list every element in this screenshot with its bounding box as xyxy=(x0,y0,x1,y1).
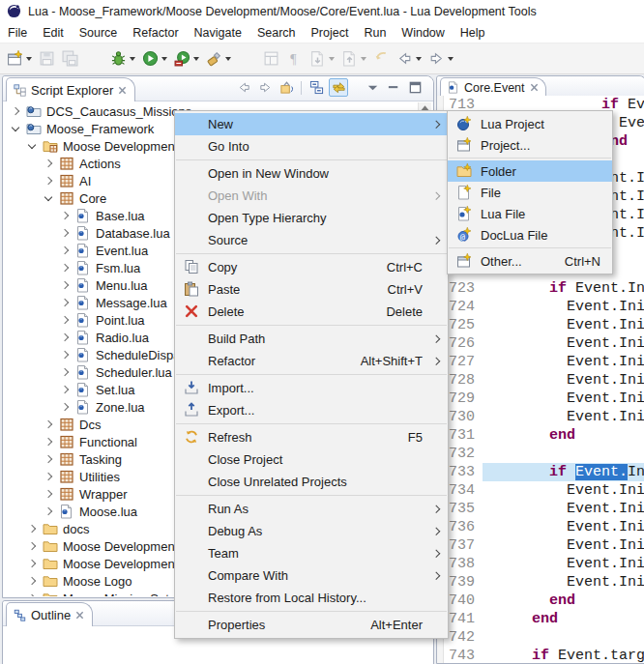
tab-outline[interactable]: Outline xyxy=(6,602,93,626)
chevron-right-icon[interactable] xyxy=(61,246,69,254)
forward-button[interactable] xyxy=(425,47,456,71)
tab-core-event[interactable]: Core.Event xyxy=(440,77,546,97)
maximize-icon[interactable] xyxy=(406,79,424,96)
dropdown-arrow-icon[interactable] xyxy=(225,57,231,61)
submenu-item-file[interactable]: File xyxy=(448,182,612,203)
dropdown-arrow-icon[interactable] xyxy=(361,57,366,61)
menu-item-refresh[interactable]: RefreshF5 xyxy=(175,426,448,448)
menu-item-restore-from-local-history[interactable]: Restore from Local History... xyxy=(175,587,448,609)
dropdown-arrow-icon[interactable] xyxy=(161,57,167,61)
submenu-item-lua-project[interactable]: Lua Project xyxy=(448,113,612,134)
menu-item-copy[interactable]: CopyCtrl+C xyxy=(175,256,448,278)
new-wizard-button[interactable] xyxy=(4,47,35,71)
collapse-all-icon[interactable] xyxy=(307,79,325,96)
external-tools-button[interactable] xyxy=(203,47,234,71)
menu-item-open-in-new-window[interactable]: Open in New Window xyxy=(175,162,448,185)
menu-item-build-path[interactable]: Build Path xyxy=(175,328,448,350)
dropdown-arrow-icon[interactable] xyxy=(448,57,454,61)
chevron-right-icon[interactable] xyxy=(44,438,52,446)
forward-icon[interactable] xyxy=(256,79,274,96)
chevron-right-icon[interactable] xyxy=(44,177,52,185)
menu-item-source[interactable]: Source xyxy=(175,229,448,251)
coverage-button[interactable] xyxy=(171,47,202,71)
chevron-right-icon[interactable] xyxy=(61,212,69,219)
chevron-right-icon[interactable] xyxy=(44,455,52,463)
submenu-item-other[interactable]: Other...Ctrl+N xyxy=(448,250,612,272)
chevron-right-icon[interactable] xyxy=(28,594,36,596)
chevron-right-icon[interactable] xyxy=(61,351,69,359)
menubar-item-navigate[interactable]: Navigate xyxy=(187,24,249,42)
menu-item-delete[interactable]: DeleteDelete xyxy=(175,301,448,323)
menubar-item-project[interactable]: Project xyxy=(304,24,357,42)
back-icon[interactable] xyxy=(235,79,252,96)
chevron-right-icon[interactable] xyxy=(61,333,69,341)
chevron-right-icon[interactable] xyxy=(61,229,69,237)
chevron-right-icon[interactable] xyxy=(12,107,19,115)
menu-item-refactor[interactable]: RefactorAlt+Shift+T xyxy=(175,350,448,372)
chevron-right-icon[interactable] xyxy=(28,560,36,567)
close-icon[interactable] xyxy=(118,86,127,95)
tree-item-label: Base.lua xyxy=(96,209,145,223)
menubar-item-source[interactable]: Source xyxy=(72,24,126,42)
menubar-item-file[interactable]: File xyxy=(0,24,35,42)
menu-item-properties[interactable]: PropertiesAlt+Enter xyxy=(175,614,448,636)
menubar-item-edit[interactable]: Edit xyxy=(35,24,72,42)
menu-item-close-project[interactable]: Close Project xyxy=(175,448,448,471)
menu-item-debug-as[interactable]: Debug As xyxy=(175,520,448,542)
submenu-item-folder[interactable]: Folder xyxy=(448,160,612,182)
view-menu-icon[interactable] xyxy=(364,79,381,96)
menu-item-label: DocLua File xyxy=(481,228,547,243)
chevron-down-icon[interactable] xyxy=(28,141,36,149)
up-icon[interactable] xyxy=(278,79,295,96)
menu-item-close-unrelated-projects[interactable]: Close Unrelated Projects xyxy=(175,471,448,493)
menubar-item-search[interactable]: Search xyxy=(249,24,304,42)
tree-item-label: Dcs xyxy=(79,418,101,432)
submenu-item-doclua-file[interactable]: @DocLua File xyxy=(448,224,612,245)
chevron-right-icon[interactable] xyxy=(61,403,69,411)
menu-item-go-into[interactable]: Go Into xyxy=(175,135,448,158)
menu-item-import[interactable]: Import... xyxy=(175,377,448,399)
dropdown-arrow-icon[interactable] xyxy=(130,57,135,61)
menu-item-team[interactable]: Team xyxy=(175,542,448,564)
dropdown-arrow-icon[interactable] xyxy=(193,57,199,61)
tab-script-explorer[interactable]: Script Explorer xyxy=(6,77,135,101)
chevron-right-icon[interactable] xyxy=(61,316,69,324)
menu-item-paste[interactable]: PasteCtrl+V xyxy=(175,278,448,301)
chevron-right-icon[interactable] xyxy=(28,577,36,585)
menu-item-open-type-hierarchy[interactable]: Open Type Hierarchy xyxy=(175,207,448,229)
link-editor-icon[interactable] xyxy=(329,78,348,97)
submenu-item-project[interactable]: Project... xyxy=(448,134,612,156)
chevron-right-icon[interactable] xyxy=(44,420,52,428)
chevron-right-icon[interactable] xyxy=(61,281,69,289)
back-button[interactable] xyxy=(394,47,424,71)
minimize-icon[interactable] xyxy=(385,79,402,96)
debug-button[interactable] xyxy=(107,47,138,71)
chevron-right-icon[interactable] xyxy=(28,525,36,533)
chevron-right-icon[interactable] xyxy=(61,264,69,272)
chevron-down-icon[interactable] xyxy=(44,193,52,201)
menubar-item-run[interactable]: Run xyxy=(356,24,394,42)
chevron-right-icon[interactable] xyxy=(44,490,52,498)
dropdown-arrow-icon[interactable] xyxy=(416,57,422,61)
menu-item-run-as[interactable]: Run As xyxy=(175,498,448,520)
chevron-right-icon[interactable] xyxy=(61,299,69,306)
chevron-right-icon[interactable] xyxy=(61,368,69,376)
menu-item-export[interactable]: Export... xyxy=(175,399,448,421)
menubar-item-help[interactable]: Help xyxy=(453,24,493,42)
chevron-right-icon[interactable] xyxy=(44,159,52,167)
submenu-item-lua-file[interactable]: Lua File xyxy=(448,203,612,224)
dropdown-arrow-icon[interactable] xyxy=(26,57,32,61)
run-button[interactable] xyxy=(139,47,170,71)
chevron-right-icon[interactable] xyxy=(28,542,36,550)
menubar-item-refactor[interactable]: Refactor xyxy=(125,24,186,42)
chevron-right-icon[interactable] xyxy=(61,386,69,393)
menu-item-compare-with[interactable]: Compare With xyxy=(175,564,448,587)
menu-item-new[interactable]: New xyxy=(175,113,448,135)
chevron-right-icon[interactable] xyxy=(44,473,52,480)
chevron-down-icon[interactable] xyxy=(12,124,19,131)
chevron-right-icon[interactable] xyxy=(44,507,52,515)
close-icon[interactable] xyxy=(75,611,84,620)
dropdown-arrow-icon[interactable] xyxy=(329,57,335,61)
menubar-item-window[interactable]: Window xyxy=(394,24,452,42)
close-icon[interactable] xyxy=(530,83,539,92)
